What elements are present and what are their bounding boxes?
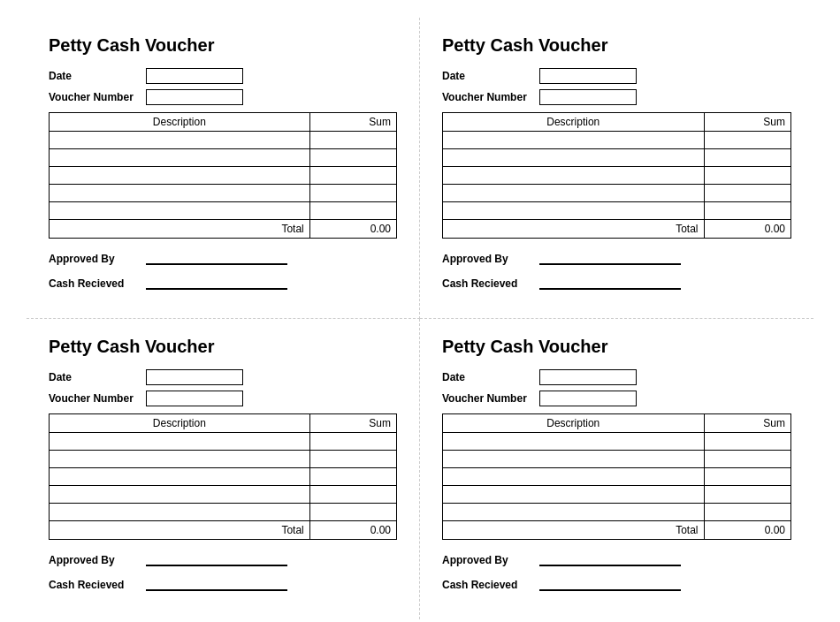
total-row-1: Total 0.00 — [50, 220, 397, 239]
approved-by-line-1[interactable] — [146, 251, 287, 265]
voucher-number-input-1[interactable] — [146, 89, 243, 105]
date-row-1: Date — [49, 68, 397, 84]
total-label-4: Total — [443, 521, 705, 540]
table-row — [443, 167, 791, 185]
total-label-1: Total — [50, 220, 310, 239]
table-row — [443, 202, 791, 220]
voucher-3-table: Description Sum Total 0.00 — [49, 413, 397, 540]
approved-by-label-2: Approved By — [442, 253, 539, 265]
voucher-1-title: Petty Cash Voucher — [49, 35, 397, 56]
date-input-1[interactable] — [146, 68, 243, 84]
voucher-1: Petty Cash Voucher Date Voucher Number D… — [27, 18, 420, 319]
table-row — [443, 504, 791, 521]
table-row — [50, 132, 397, 149]
sum-header-1: Sum — [309, 113, 396, 132]
cash-received-row-3: Cash Recieved — [49, 577, 397, 591]
cash-received-label-4: Cash Recieved — [442, 579, 539, 591]
voucher-number-label-4: Voucher Number — [442, 392, 539, 405]
approved-by-line-2[interactable] — [539, 251, 681, 265]
voucher-1-table: Description Sum Total 0.00 — [49, 112, 397, 239]
voucher-number-input-3[interactable] — [146, 391, 243, 406]
table-row — [50, 149, 397, 167]
voucher-2-title: Petty Cash Voucher — [442, 35, 791, 56]
sum-header-3: Sum — [309, 414, 396, 433]
table-row — [50, 167, 397, 185]
total-value-2: 0.00 — [704, 220, 791, 239]
cash-received-line-2[interactable] — [539, 276, 681, 290]
date-label-4: Date — [442, 371, 539, 383]
voucher-number-row-3: Voucher Number — [49, 391, 397, 406]
cash-received-row-4: Cash Recieved — [442, 577, 791, 591]
table-row — [443, 132, 791, 149]
date-row-4: Date — [442, 369, 791, 385]
voucher-number-label-2: Voucher Number — [442, 91, 539, 103]
cash-received-label-2: Cash Recieved — [442, 277, 539, 290]
voucher-number-row-4: Voucher Number — [442, 391, 791, 406]
date-label-2: Date — [442, 70, 539, 82]
date-label-3: Date — [49, 371, 146, 383]
date-input-4[interactable] — [539, 369, 637, 385]
cash-received-row-2: Cash Recieved — [442, 276, 791, 290]
cash-received-line-4[interactable] — [539, 577, 681, 591]
table-row — [50, 185, 397, 202]
sum-header-2: Sum — [704, 113, 791, 132]
voucher-number-row-2: Voucher Number — [442, 89, 791, 105]
total-value-4: 0.00 — [704, 521, 791, 540]
voucher-number-label-3: Voucher Number — [49, 392, 146, 405]
total-label-2: Total — [443, 220, 705, 239]
voucher-3: Petty Cash Voucher Date Voucher Number D… — [27, 319, 420, 619]
date-label-1: Date — [49, 70, 146, 82]
signature-section-3: Approved By Cash Recieved — [49, 552, 397, 591]
vouchers-grid: Petty Cash Voucher Date Voucher Number D… — [27, 18, 813, 619]
total-row-4: Total 0.00 — [443, 521, 791, 540]
total-row-3: Total 0.00 — [50, 521, 397, 540]
page: Petty Cash Voucher Date Voucher Number D… — [0, 0, 840, 622]
table-row — [50, 451, 397, 468]
voucher-number-row-1: Voucher Number — [49, 89, 397, 105]
voucher-number-input-2[interactable] — [539, 89, 637, 105]
voucher-4-title: Petty Cash Voucher — [442, 337, 791, 357]
description-header-1: Description — [50, 113, 310, 132]
table-row — [443, 185, 791, 202]
cash-received-line-3[interactable] — [146, 577, 287, 591]
total-value-1: 0.00 — [309, 220, 396, 239]
table-row — [443, 468, 791, 486]
voucher-2: Petty Cash Voucher Date Voucher Number D… — [420, 18, 813, 319]
date-row-3: Date — [49, 369, 397, 385]
approved-by-row-1: Approved By — [49, 251, 397, 265]
signature-section-2: Approved By Cash Recieved — [442, 251, 791, 290]
total-value-3: 0.00 — [309, 521, 396, 540]
table-row — [443, 149, 791, 167]
cash-received-row-1: Cash Recieved — [49, 276, 397, 290]
total-row-2: Total 0.00 — [443, 220, 791, 239]
approved-by-label-1: Approved By — [49, 253, 146, 265]
voucher-number-input-4[interactable] — [539, 391, 637, 406]
date-input-3[interactable] — [146, 369, 243, 385]
description-header-4: Description — [443, 414, 705, 433]
table-row — [443, 451, 791, 468]
sum-header-4: Sum — [704, 414, 791, 433]
voucher-2-table: Description Sum Total 0.00 — [442, 112, 791, 239]
approved-by-line-3[interactable] — [146, 552, 287, 566]
cash-received-label-3: Cash Recieved — [49, 579, 146, 591]
approved-by-label-4: Approved By — [442, 554, 539, 566]
table-row — [50, 504, 397, 521]
table-row — [443, 486, 791, 504]
table-row — [50, 433, 397, 451]
cash-received-label-1: Cash Recieved — [49, 277, 146, 290]
approved-by-line-4[interactable] — [539, 552, 681, 566]
approved-by-label-3: Approved By — [49, 554, 146, 566]
cash-received-line-1[interactable] — [146, 276, 287, 290]
date-input-2[interactable] — [539, 68, 637, 84]
table-row — [443, 433, 791, 451]
voucher-number-label-1: Voucher Number — [49, 91, 146, 103]
table-row — [50, 486, 397, 504]
voucher-3-title: Petty Cash Voucher — [49, 337, 397, 357]
approved-by-row-2: Approved By — [442, 251, 791, 265]
description-header-3: Description — [50, 414, 310, 433]
approved-by-row-4: Approved By — [442, 552, 791, 566]
table-row — [50, 202, 397, 220]
description-header-2: Description — [443, 113, 705, 132]
date-row-2: Date — [442, 68, 791, 84]
approved-by-row-3: Approved By — [49, 552, 397, 566]
